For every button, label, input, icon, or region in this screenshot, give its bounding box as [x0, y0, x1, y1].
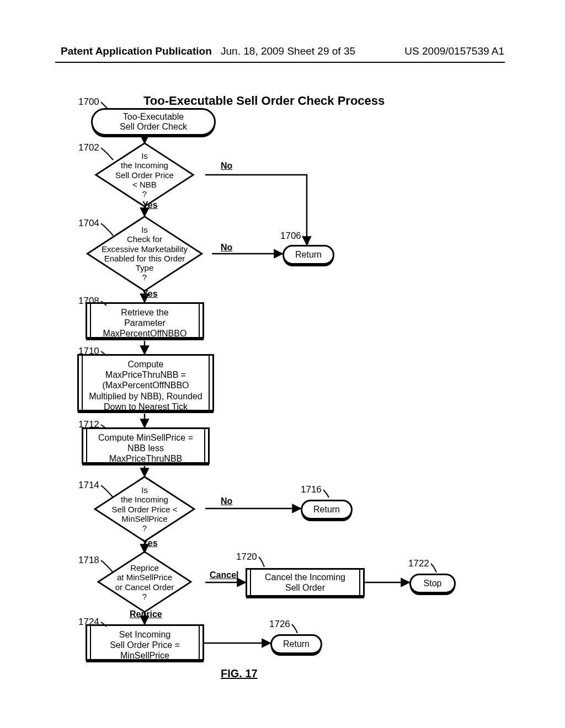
terminator-1726: Return [270, 634, 322, 654]
edge-1704-yes: Yes [142, 289, 158, 299]
edge-1714-yes: Yes [142, 538, 158, 548]
decision-1714-text: Is the Incoming Sell Order Price < MinSe… [89, 485, 200, 533]
process-1708: Retrieve the Parameter MaxPercentOffNBBO [86, 302, 204, 339]
diagram-title: Too-Executable Sell Order Check Process [143, 94, 385, 108]
process-1710: Compute MaxPriceThruNBB = (MaxPercentOff… [77, 354, 214, 411]
terminator-1706-text: Return [295, 250, 322, 260]
process-1720: Cancel the Incoming Sell Order [246, 568, 365, 597]
process-1710-text: Compute MaxPriceThruNBB = (MaxPercentOff… [87, 359, 205, 412]
process-1724-text: Set Incoming Sell Order Price = MinSellP… [95, 629, 195, 661]
edge-1702-yes: Yes [142, 200, 158, 210]
decision-1702: Is the Incoming Sell Order Price < NBB ? [83, 142, 206, 207]
ref-1720: 1720 [236, 552, 257, 563]
ref-1716: 1716 [301, 484, 322, 495]
process-1712: Compute MinSellPrice = NBB less MaxPrice… [82, 427, 210, 464]
decision-1718-text: Reprice at MinSellPrice or Cancel Order … [89, 563, 200, 601]
process-1712-text: Compute MinSellPrice = NBB less MaxPrice… [91, 432, 200, 464]
edge-1718-cancel: Cancel [210, 570, 238, 580]
flowchart: Too-Executable Sell Order Check Process … [0, 0, 565, 728]
figure-label: FIG. 17 [221, 667, 258, 680]
terminator-start: Too-Executable Sell Order Check [91, 108, 216, 136]
ref-1722: 1722 [408, 558, 429, 569]
ref-1704: 1704 [78, 218, 99, 229]
process-1724: Set Incoming Sell Order Price = MinSellP… [86, 624, 204, 661]
ref-1714: 1714 [78, 480, 99, 491]
process-1720-text: Cancel the Incoming Sell Order [265, 572, 345, 593]
terminator-1716: Return [301, 500, 353, 520]
ref-1702: 1702 [78, 142, 99, 153]
ref-1706: 1706 [280, 231, 301, 242]
ref-1700: 1700 [78, 97, 99, 108]
page: Patent Application Publication Jun. 18, … [0, 0, 565, 728]
process-1708-text: Retrieve the Parameter MaxPercentOffNBBO [95, 307, 195, 339]
ref-1710: 1710 [78, 346, 99, 357]
decision-1714: Is the Incoming Sell Order Price < MinSe… [83, 475, 206, 543]
ref-1726: 1726 [269, 619, 290, 630]
decision-1704-text: Is Check for Excessive Marketability Ena… [89, 225, 200, 282]
terminator-start-text: Too-Executable Sell Order Check [120, 112, 187, 132]
ref-1718: 1718 [78, 555, 99, 566]
ref-1712: 1712 [78, 419, 99, 430]
edge-1702-no: No [221, 161, 232, 171]
decision-1718: Reprice at MinSellPrice or Cancel Order … [83, 552, 206, 612]
ref-1708: 1708 [78, 296, 99, 307]
ref-1724: 1724 [78, 617, 99, 628]
edge-1704-no: No [221, 243, 232, 253]
terminator-1722: Stop [409, 574, 456, 593]
terminator-1726-text: Return [283, 639, 310, 649]
terminator-1706: Return [282, 245, 334, 265]
terminator-1716-text: Return [313, 505, 340, 515]
decision-1702-text: Is the Incoming Sell Order Price < NBB ? [89, 151, 200, 199]
edge-1714-no: No [221, 496, 232, 506]
edge-1718-reprice: Reprice [130, 609, 162, 619]
terminator-1722-text: Stop [424, 579, 442, 588]
